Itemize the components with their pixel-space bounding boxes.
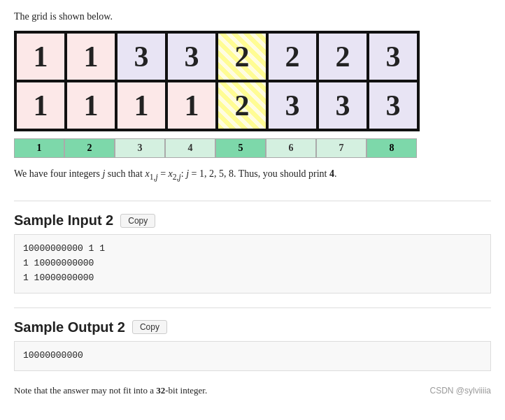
sample-output-2-section: Sample Output 2 Copy 10000000000 — [14, 319, 491, 371]
col-num-7: 7 — [316, 138, 367, 158]
grid-cell: 2 — [267, 32, 318, 81]
grid-cell: 1 — [15, 81, 66, 130]
grid-cell: 2 — [217, 32, 267, 81]
sample-output-2-header: Sample Output 2 Copy — [14, 319, 491, 335]
grid-table: 1 1 3 3 2 2 2 3 1 1 1 1 2 3 3 3 — [14, 31, 420, 131]
col-num-5: 5 — [215, 138, 266, 158]
col-num-6: 6 — [266, 138, 316, 158]
grid-row-2: 1 1 1 1 2 3 3 3 — [15, 81, 418, 130]
footer-note-text: Note that the answer may not fit into a … — [14, 385, 207, 396]
grid-cell: 1 — [15, 32, 66, 81]
grid-cell: 3 — [166, 32, 217, 81]
copy-output-2-button[interactable]: Copy — [132, 320, 167, 334]
grid-cell: 1 — [166, 81, 217, 130]
grid-cell: 2 — [318, 32, 368, 81]
col-num-1: 1 — [14, 138, 64, 158]
grid-cell: 3 — [267, 81, 318, 130]
sample-output-2-code: 10000000000 — [14, 341, 491, 371]
sample-input-2-title: Sample Input 2 — [14, 212, 113, 229]
sample-output-2-title: Sample Output 2 — [14, 319, 125, 335]
footer: Note that the answer may not fit into a … — [14, 385, 491, 396]
col-num-8: 8 — [367, 138, 417, 158]
grid-cell: 3 — [368, 32, 418, 81]
intro-text: The grid is shown below. — [14, 11, 491, 22]
col-num-2: 2 — [64, 138, 115, 158]
sample-input-2-code: 10000000000 1 1 1 10000000000 1 10000000… — [14, 234, 491, 293]
grid-cell: 3 — [116, 32, 166, 81]
sample-input-2-section: Sample Input 2 Copy 10000000000 1 1 1 10… — [14, 212, 491, 293]
col-num-3: 3 — [115, 138, 165, 158]
divider-1 — [14, 201, 491, 201]
grid-description: We have four integers j such that x1,j =… — [14, 166, 491, 184]
sample-input-2-header: Sample Input 2 Copy — [14, 212, 491, 229]
grid-cell: 2 — [217, 81, 267, 130]
grid-cell: 3 — [318, 81, 368, 130]
grid-cell: 3 — [368, 81, 418, 130]
footer-credit: CSDN @sylviiiia — [429, 386, 491, 396]
grid-cell: 1 — [116, 81, 166, 130]
grid-cell: 1 — [66, 32, 116, 81]
col-num-4: 4 — [165, 138, 215, 158]
copy-input-2-button[interactable]: Copy — [120, 214, 155, 228]
grid-cell: 1 — [66, 81, 116, 130]
grid-row-1: 1 1 3 3 2 2 2 3 — [15, 32, 418, 81]
divider-2 — [14, 307, 491, 308]
column-numbers: 1 2 3 4 5 6 7 8 — [14, 138, 491, 158]
